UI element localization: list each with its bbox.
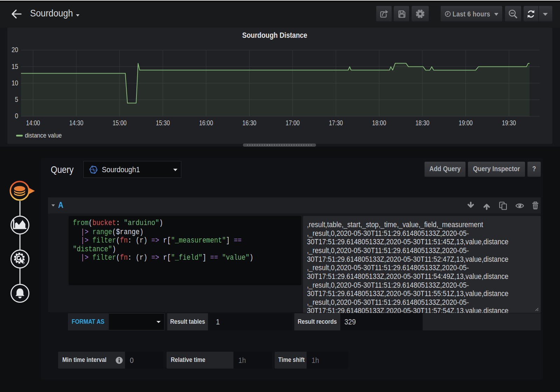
- svg-text:15:30: 15:30: [156, 119, 170, 127]
- svg-text:17:30: 17:30: [329, 119, 343, 127]
- svg-text:14:30: 14:30: [69, 119, 83, 127]
- svg-text:14:00: 14:00: [26, 119, 40, 127]
- svg-text:16:00: 16:00: [199, 119, 213, 127]
- svg-text:18:30: 18:30: [415, 119, 429, 127]
- svg-text:15: 15: [12, 63, 18, 70]
- svg-text:5: 5: [15, 96, 19, 103]
- svg-text:15:00: 15:00: [113, 119, 127, 127]
- svg-text:10: 10: [12, 79, 18, 87]
- svg-text:0: 0: [15, 112, 19, 120]
- svg-text:18:00: 18:00: [372, 119, 386, 127]
- svg-text:16:30: 16:30: [243, 119, 257, 127]
- svg-text:20: 20: [12, 46, 18, 54]
- svg-text:17:00: 17:00: [286, 119, 300, 127]
- svg-text:19:00: 19:00: [459, 119, 473, 127]
- svg-text:19:30: 19:30: [502, 119, 516, 127]
